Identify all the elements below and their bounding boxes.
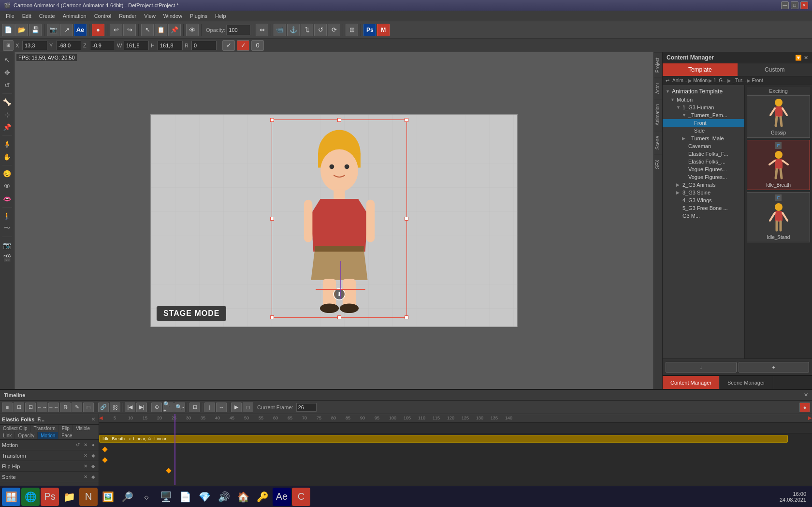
- lt-spring[interactable]: 〜: [1, 223, 13, 234]
- tl-btn-7[interactable]: ✎: [72, 403, 82, 412]
- bc-g3[interactable]: 1_G...: [713, 78, 726, 83]
- open-button[interactable]: 📂: [15, 24, 28, 36]
- anchor-num[interactable]: 0: [251, 40, 264, 51]
- vl-scene[interactable]: Scene: [654, 131, 662, 154]
- tl-btn-zoom-in[interactable]: 🔍+: [163, 403, 174, 412]
- taskbar-windows[interactable]: 🪟: [2, 488, 20, 506]
- capture-button[interactable]: 📷: [47, 24, 59, 36]
- transform-btn-2[interactable]: ✓: [237, 40, 249, 51]
- reset-button[interactable]: ⟳: [328, 24, 340, 36]
- taskbar-home[interactable]: 🏠: [234, 488, 252, 506]
- lt-face[interactable]: 😊: [1, 168, 13, 179]
- tree-2g3animals[interactable]: ▶ 2_G3 Animals: [663, 181, 744, 189]
- tree-g3m[interactable]: G3 M...: [663, 212, 744, 220]
- tl-btn-prev[interactable]: |◀: [125, 403, 135, 412]
- save-button[interactable]: 💾: [29, 24, 42, 36]
- menu-render[interactable]: Render: [115, 12, 140, 20]
- lt-camera[interactable]: 📷: [1, 239, 13, 251]
- tree-motion[interactable]: ▼ Motion: [663, 96, 744, 104]
- mo-button[interactable]: M: [377, 24, 390, 36]
- motion-bar[interactable]: Idle_Breath - ♪: Linear, ☺: Linear: [99, 435, 788, 443]
- lt-body[interactable]: 🧍: [1, 138, 13, 150]
- taskbar-diamond[interactable]: ⬦: [137, 488, 156, 506]
- tree-caveman[interactable]: Caveman: [663, 142, 744, 150]
- transform-btn-1[interactable]: ✓: [222, 40, 235, 51]
- menu-file[interactable]: File: [2, 12, 18, 20]
- vl-animation[interactable]: Animation: [654, 99, 662, 130]
- motion-close-icon[interactable]: ✕: [82, 442, 89, 448]
- tab-visible[interactable]: Visible: [73, 425, 93, 432]
- tl-btn-4[interactable]: ←→: [37, 403, 47, 412]
- lt-bone[interactable]: 🦴: [1, 96, 13, 108]
- minimize-button[interactable]: —: [781, 1, 789, 9]
- tl-btn-unlink[interactable]: ⛓: [110, 403, 120, 412]
- track-header-close[interactable]: ✕: [90, 416, 97, 423]
- y-input[interactable]: [56, 41, 81, 50]
- tree-3g3spine[interactable]: ▶ 3_G3 Spine: [663, 189, 744, 196]
- tl-btn-3[interactable]: ⊡: [25, 403, 36, 412]
- taskbar-ps[interactable]: Ps: [41, 488, 59, 506]
- menu-edit[interactable]: Edit: [18, 12, 35, 20]
- stage[interactable]: ⬇: [150, 114, 518, 327]
- lt-eye[interactable]: 👁: [1, 180, 13, 192]
- lt-move[interactable]: ✥: [1, 67, 13, 78]
- copy-button[interactable]: 📋: [155, 24, 167, 36]
- paste-button[interactable]: 📌: [168, 24, 181, 36]
- transform-dot-icon[interactable]: ◆: [90, 452, 97, 459]
- z-input[interactable]: [90, 41, 115, 50]
- vl-sfx[interactable]: SFX: [654, 154, 662, 174]
- tl-btn-more[interactable]: ⊕: [151, 403, 162, 412]
- tl-btn-8[interactable]: □: [83, 403, 94, 412]
- tree-turners-male[interactable]: ▶ _Turners_Male: [663, 134, 744, 142]
- motion-dot-icon[interactable]: ●: [90, 442, 97, 448]
- timeline-close[interactable]: ✕: [804, 392, 808, 398]
- tl-record-btn[interactable]: ●: [799, 403, 810, 412]
- tree-1g3human[interactable]: ▼ 1_G3 Human: [663, 104, 744, 111]
- track-lanes[interactable]: ◀ ▶ 5 10 15 20 25 30 35 40 45 50 55 60: [99, 414, 812, 486]
- transform-keyframe[interactable]: [102, 447, 107, 452]
- bc-front[interactable]: Front: [752, 78, 763, 83]
- taskbar-browser[interactable]: 🌐: [21, 488, 40, 506]
- menu-create[interactable]: Create: [35, 12, 59, 20]
- preview-idle-breath[interactable]: F Idle_Breath: [747, 140, 810, 190]
- fliphip-dot-icon[interactable]: ◆: [90, 463, 97, 470]
- ae-button[interactable]: Ae: [74, 24, 87, 36]
- mirror-button[interactable]: ⇅: [301, 24, 313, 36]
- fliphip-keyframe[interactable]: [102, 457, 107, 462]
- taskbar-folder[interactable]: 📁: [60, 488, 78, 506]
- tab-transform[interactable]: Transform: [31, 425, 59, 432]
- vl-actor[interactable]: Actor: [654, 77, 662, 99]
- transform-close-icon[interactable]: ✕: [82, 452, 89, 459]
- lt-mesh[interactable]: ⊹: [1, 109, 13, 120]
- tl-btn-link[interactable]: 🔗: [98, 403, 109, 412]
- menu-view[interactable]: View: [140, 12, 160, 20]
- tl-btn-2[interactable]: ⊞: [14, 403, 24, 412]
- tree-4g3wings[interactable]: 4_G3 Wings: [663, 196, 744, 204]
- mgr-content-tab[interactable]: Content Manager: [663, 376, 720, 389]
- taskbar-key[interactable]: 🔑: [253, 488, 272, 506]
- taskbar-photos[interactable]: 🖼️: [99, 488, 117, 506]
- undo-button[interactable]: ↩: [110, 24, 122, 36]
- maximize-button[interactable]: □: [791, 1, 798, 9]
- close-button[interactable]: ✕: [800, 1, 808, 9]
- tab-link[interactable]: Link: [0, 432, 15, 439]
- lt-select[interactable]: ↖: [1, 54, 13, 66]
- lt-hand[interactable]: ✋: [1, 151, 13, 163]
- cm-download-btn[interactable]: ↓: [666, 362, 737, 373]
- lt-scene[interactable]: 🎬: [1, 252, 13, 264]
- taskbar-acrobat[interactable]: 📄: [176, 488, 194, 506]
- tl-btn-zoom-out[interactable]: 🔍-: [174, 403, 185, 412]
- tree-front[interactable]: Front: [663, 119, 744, 127]
- eye-button[interactable]: 👁: [186, 24, 199, 36]
- ps-button[interactable]: Ps: [363, 24, 376, 36]
- taskbar-search[interactable]: 🔎: [118, 488, 136, 506]
- lt-mouth[interactable]: 👄: [1, 193, 13, 205]
- taskbar-ae[interactable]: Ae: [273, 488, 291, 506]
- rotate-button[interactable]: ↺: [314, 24, 327, 36]
- w-input[interactable]: [124, 41, 149, 50]
- taskbar-screen[interactable]: 🖥️: [157, 488, 175, 506]
- tree-5g3free[interactable]: 5_G3 Free Bone ...: [663, 204, 744, 212]
- taskbar-ca[interactable]: C: [292, 488, 310, 506]
- cm-add-btn[interactable]: +: [739, 362, 810, 373]
- tab-motion[interactable]: Motion: [38, 432, 58, 439]
